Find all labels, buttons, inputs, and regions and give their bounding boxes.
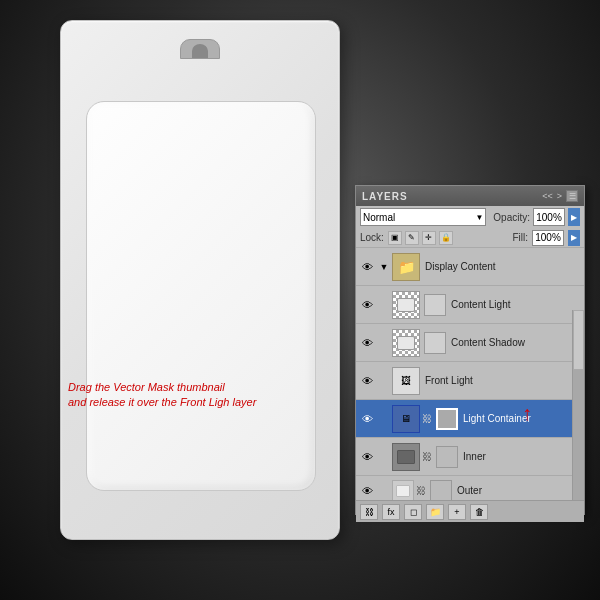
- expand-display-content[interactable]: ▼: [378, 261, 390, 273]
- layer-name-display-content: Display Content: [422, 261, 582, 272]
- lock-move-btn[interactable]: ✛: [422, 231, 436, 245]
- link-inner[interactable]: ⛓: [422, 451, 432, 462]
- layer-name-outer: Outer: [454, 485, 571, 496]
- layers-panel: LAYERS << > ☰ Normal ▼ Opacity: 100% ▶ L…: [355, 185, 585, 515]
- layers-scrollbar[interactable]: [572, 310, 584, 500]
- opacity-value-box[interactable]: 100%: [533, 208, 565, 226]
- mask-inner: [436, 446, 458, 468]
- layer-row-content-light[interactable]: 👁 Content Light: [356, 286, 584, 324]
- expand-front-light: [378, 375, 390, 387]
- expand-light-container: [378, 413, 390, 425]
- layer-name-front-light: Front Light: [422, 375, 582, 386]
- blister-window: [86, 101, 316, 491]
- opacity-label: Opacity:: [493, 212, 530, 223]
- layer-row-display-content[interactable]: 👁 ▼ 📁 Display Content: [356, 248, 584, 286]
- drag-arrow-indicator: ↑: [522, 402, 532, 425]
- layers-content: 👁 ▼ 📁 Display Content 👁 Content Light 👁: [356, 248, 584, 500]
- layer-name-inner: Inner: [460, 451, 571, 462]
- fx-btn[interactable]: fx: [382, 504, 400, 520]
- opacity-value-text: 100%: [536, 212, 562, 223]
- lock-pixels-btn[interactable]: ▣: [388, 231, 402, 245]
- lock-all-btn[interactable]: 🔒: [439, 231, 453, 245]
- expand-content-shadow: [378, 337, 390, 349]
- panel-controls: << > ☰: [542, 190, 578, 202]
- close-icon[interactable]: >: [557, 191, 562, 201]
- eye-outer[interactable]: 👁: [358, 482, 376, 500]
- blend-row: Normal ▼ Opacity: 100% ▶: [356, 206, 584, 228]
- lock-label: Lock:: [360, 232, 384, 243]
- eye-inner[interactable]: 👁: [358, 448, 376, 466]
- thumb-inner-content-light: [397, 298, 415, 312]
- instruction-text: Drag the Vector Mask thumbnail and relea…: [68, 380, 256, 411]
- thumb-front-light: 🖼: [392, 367, 420, 395]
- fill-value-text: 100%: [535, 232, 561, 243]
- thumb-content-light: [392, 291, 420, 319]
- layer-row-outer[interactable]: 👁 ⛓ Outer fx: [356, 476, 584, 500]
- panel-bottom: ⛓ fx ◻ 📁 + 🗑: [356, 500, 584, 522]
- opacity-arrow-btn[interactable]: ▶: [568, 208, 580, 226]
- fill-arrow-btn[interactable]: ▶: [568, 230, 580, 246]
- thumb-outer: [392, 480, 414, 501]
- group-layers-btn[interactable]: 📁: [426, 504, 444, 520]
- thumb-inner-shape: [397, 450, 415, 464]
- eye-front-light[interactable]: 👁: [358, 372, 376, 390]
- instruction-line2: and release it over the Front Ligh layer: [68, 395, 256, 410]
- blend-dropdown-arrow[interactable]: ▼: [475, 213, 483, 222]
- fill-value-box[interactable]: 100%: [532, 230, 564, 246]
- eye-light-container[interactable]: 👁: [358, 410, 376, 428]
- panel-titlebar: LAYERS << > ☰: [356, 186, 584, 206]
- mask-content-light: [424, 294, 446, 316]
- layer-name-light-container: Light Container: [460, 413, 582, 424]
- lock-row: Lock: ▣ ✎ ✛ 🔒 Fill: 100% ▶: [356, 228, 584, 248]
- blend-mode-value: Normal: [363, 212, 395, 223]
- thumb-outer-shape: [396, 485, 410, 497]
- instruction-line1: Drag the Vector Mask thumbnail: [68, 380, 256, 395]
- lock-icons: ▣ ✎ ✛ 🔒: [388, 231, 453, 245]
- panel-menu-button[interactable]: ☰: [566, 190, 578, 202]
- thumb-inner: [392, 443, 420, 471]
- mask-light-container: [436, 408, 458, 430]
- expand-inner: [378, 451, 390, 463]
- fill-label: Fill:: [512, 232, 528, 243]
- expand-content-light: [378, 299, 390, 311]
- thumb-icon-light-container: 🖥: [401, 413, 411, 424]
- mask-content-shadow: [424, 332, 446, 354]
- eye-display-content[interactable]: 👁: [358, 258, 376, 276]
- layer-row-front-light[interactable]: 👁 🖼 Front Light: [356, 362, 584, 400]
- lock-paint-btn[interactable]: ✎: [405, 231, 419, 245]
- expand-outer: [378, 485, 390, 497]
- mask-outer: [430, 480, 452, 501]
- package-card: [60, 20, 340, 540]
- thumb-display-content: 📁: [392, 253, 420, 281]
- eye-content-shadow[interactable]: 👁: [358, 334, 376, 352]
- delete-layer-btn[interactable]: 🗑: [470, 504, 488, 520]
- thumb-content-shadow: [392, 329, 420, 357]
- eye-content-light[interactable]: 👁: [358, 296, 376, 314]
- layer-name-content-light: Content Light: [448, 299, 582, 310]
- thumb-inner-content-shadow: [397, 336, 415, 350]
- layer-name-content-shadow: Content Shadow: [448, 337, 582, 348]
- link-light-container[interactable]: ⛓: [422, 413, 432, 424]
- thumb-light-container: 🖥: [392, 405, 420, 433]
- blend-mode-select[interactable]: Normal ▼: [360, 208, 486, 226]
- new-layer-btn[interactable]: +: [448, 504, 466, 520]
- thumb-icon-front-light: 🖼: [401, 375, 411, 386]
- layer-row-content-shadow[interactable]: 👁 Content Shadow: [356, 324, 584, 362]
- add-mask-btn[interactable]: ◻: [404, 504, 422, 520]
- layer-row-inner[interactable]: 👁 ⛓ Inner fx: [356, 438, 584, 476]
- hang-hole: [180, 39, 220, 59]
- scroll-thumb[interactable]: [573, 310, 584, 370]
- folder-icon: 📁: [398, 259, 415, 275]
- expand-icon[interactable]: <<: [542, 191, 553, 201]
- link-outer[interactable]: ⛓: [416, 485, 426, 496]
- link-layers-btn[interactable]: ⛓: [360, 504, 378, 520]
- layer-row-light-container[interactable]: 👁 🖥 ⛓ Light Container ↑: [356, 400, 584, 438]
- panel-title: LAYERS: [362, 191, 408, 202]
